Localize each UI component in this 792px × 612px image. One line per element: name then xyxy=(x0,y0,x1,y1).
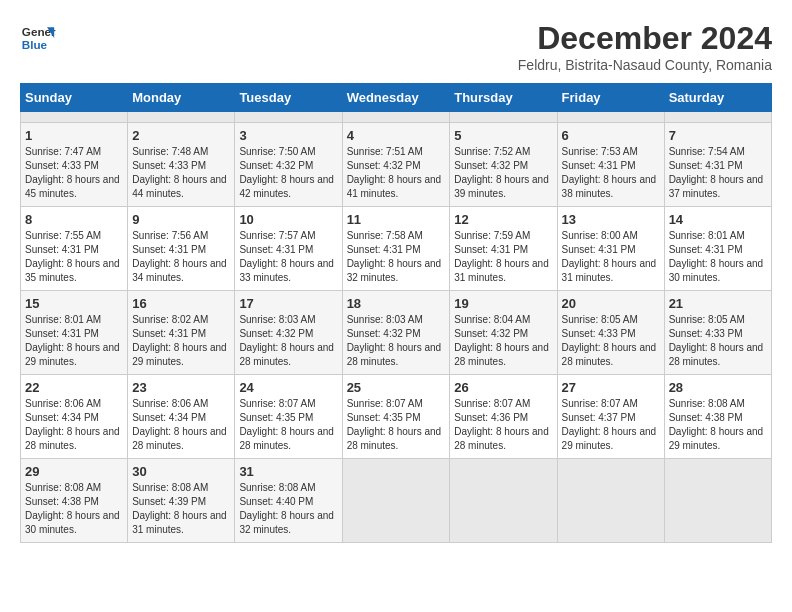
day-info: Sunrise: 8:01 AM Sunset: 4:31 PM Dayligh… xyxy=(669,229,767,285)
calendar-cell xyxy=(21,112,128,123)
day-info: Sunrise: 7:55 AM Sunset: 4:31 PM Dayligh… xyxy=(25,229,123,285)
day-info: Sunrise: 8:02 AM Sunset: 4:31 PM Dayligh… xyxy=(132,313,230,369)
day-number: 7 xyxy=(669,128,767,143)
calendar-cell: 8Sunrise: 7:55 AM Sunset: 4:31 PM Daylig… xyxy=(21,207,128,291)
calendar-cell: 18Sunrise: 8:03 AM Sunset: 4:32 PM Dayli… xyxy=(342,291,450,375)
day-number: 31 xyxy=(239,464,337,479)
day-number: 18 xyxy=(347,296,446,311)
day-info: Sunrise: 7:47 AM Sunset: 4:33 PM Dayligh… xyxy=(25,145,123,201)
day-info: Sunrise: 8:08 AM Sunset: 4:38 PM Dayligh… xyxy=(25,481,123,537)
calendar-cell: 12Sunrise: 7:59 AM Sunset: 4:31 PM Dayli… xyxy=(450,207,557,291)
calendar-cell xyxy=(450,459,557,543)
calendar-cell: 20Sunrise: 8:05 AM Sunset: 4:33 PM Dayli… xyxy=(557,291,664,375)
calendar-cell: 4Sunrise: 7:51 AM Sunset: 4:32 PM Daylig… xyxy=(342,123,450,207)
day-info: Sunrise: 8:07 AM Sunset: 4:35 PM Dayligh… xyxy=(239,397,337,453)
day-info: Sunrise: 8:08 AM Sunset: 4:40 PM Dayligh… xyxy=(239,481,337,537)
day-info: Sunrise: 7:53 AM Sunset: 4:31 PM Dayligh… xyxy=(562,145,660,201)
calendar-cell: 30Sunrise: 8:08 AM Sunset: 4:39 PM Dayli… xyxy=(128,459,235,543)
calendar-cell: 19Sunrise: 8:04 AM Sunset: 4:32 PM Dayli… xyxy=(450,291,557,375)
calendar-cell: 23Sunrise: 8:06 AM Sunset: 4:34 PM Dayli… xyxy=(128,375,235,459)
calendar-cell: 15Sunrise: 8:01 AM Sunset: 4:31 PM Dayli… xyxy=(21,291,128,375)
calendar-week-row: 22Sunrise: 8:06 AM Sunset: 4:34 PM Dayli… xyxy=(21,375,772,459)
calendar-cell xyxy=(235,112,342,123)
day-info: Sunrise: 7:48 AM Sunset: 4:33 PM Dayligh… xyxy=(132,145,230,201)
day-info: Sunrise: 8:00 AM Sunset: 4:31 PM Dayligh… xyxy=(562,229,660,285)
calendar-cell xyxy=(557,112,664,123)
day-number: 3 xyxy=(239,128,337,143)
day-number: 9 xyxy=(132,212,230,227)
day-info: Sunrise: 7:54 AM Sunset: 4:31 PM Dayligh… xyxy=(669,145,767,201)
day-number: 28 xyxy=(669,380,767,395)
svg-text:Blue: Blue xyxy=(22,38,48,51)
calendar-cell xyxy=(342,112,450,123)
title-area: December 2024 Feldru, Bistrita-Nasaud Co… xyxy=(518,20,772,73)
calendar-cell: 22Sunrise: 8:06 AM Sunset: 4:34 PM Dayli… xyxy=(21,375,128,459)
calendar-week-row: 8Sunrise: 7:55 AM Sunset: 4:31 PM Daylig… xyxy=(21,207,772,291)
calendar-cell: 26Sunrise: 8:07 AM Sunset: 4:36 PM Dayli… xyxy=(450,375,557,459)
day-info: Sunrise: 8:07 AM Sunset: 4:37 PM Dayligh… xyxy=(562,397,660,453)
day-info: Sunrise: 7:50 AM Sunset: 4:32 PM Dayligh… xyxy=(239,145,337,201)
logo: General Blue xyxy=(20,20,56,56)
day-info: Sunrise: 7:51 AM Sunset: 4:32 PM Dayligh… xyxy=(347,145,446,201)
calendar-cell xyxy=(664,459,771,543)
day-number: 21 xyxy=(669,296,767,311)
calendar-week-row xyxy=(21,112,772,123)
calendar-header-row: Sunday Monday Tuesday Wednesday Thursday… xyxy=(21,84,772,112)
day-number: 4 xyxy=(347,128,446,143)
day-number: 13 xyxy=(562,212,660,227)
day-info: Sunrise: 7:52 AM Sunset: 4:32 PM Dayligh… xyxy=(454,145,552,201)
day-number: 5 xyxy=(454,128,552,143)
calendar-cell: 13Sunrise: 8:00 AM Sunset: 4:31 PM Dayli… xyxy=(557,207,664,291)
day-number: 10 xyxy=(239,212,337,227)
day-number: 1 xyxy=(25,128,123,143)
day-info: Sunrise: 7:58 AM Sunset: 4:31 PM Dayligh… xyxy=(347,229,446,285)
day-number: 23 xyxy=(132,380,230,395)
day-number: 26 xyxy=(454,380,552,395)
calendar-cell: 6Sunrise: 7:53 AM Sunset: 4:31 PM Daylig… xyxy=(557,123,664,207)
calendar-cell: 31Sunrise: 8:08 AM Sunset: 4:40 PM Dayli… xyxy=(235,459,342,543)
day-info: Sunrise: 8:05 AM Sunset: 4:33 PM Dayligh… xyxy=(669,313,767,369)
day-number: 27 xyxy=(562,380,660,395)
calendar-cell xyxy=(450,112,557,123)
day-number: 6 xyxy=(562,128,660,143)
day-number: 16 xyxy=(132,296,230,311)
day-number: 30 xyxy=(132,464,230,479)
day-number: 20 xyxy=(562,296,660,311)
day-number: 14 xyxy=(669,212,767,227)
day-number: 29 xyxy=(25,464,123,479)
calendar-cell: 24Sunrise: 8:07 AM Sunset: 4:35 PM Dayli… xyxy=(235,375,342,459)
calendar-week-row: 29Sunrise: 8:08 AM Sunset: 4:38 PM Dayli… xyxy=(21,459,772,543)
day-number: 11 xyxy=(347,212,446,227)
day-info: Sunrise: 8:05 AM Sunset: 4:33 PM Dayligh… xyxy=(562,313,660,369)
calendar-cell: 14Sunrise: 8:01 AM Sunset: 4:31 PM Dayli… xyxy=(664,207,771,291)
day-number: 15 xyxy=(25,296,123,311)
col-friday: Friday xyxy=(557,84,664,112)
day-number: 2 xyxy=(132,128,230,143)
calendar-week-row: 1Sunrise: 7:47 AM Sunset: 4:33 PM Daylig… xyxy=(21,123,772,207)
day-info: Sunrise: 8:07 AM Sunset: 4:35 PM Dayligh… xyxy=(347,397,446,453)
day-number: 22 xyxy=(25,380,123,395)
calendar-cell: 16Sunrise: 8:02 AM Sunset: 4:31 PM Dayli… xyxy=(128,291,235,375)
day-info: Sunrise: 7:57 AM Sunset: 4:31 PM Dayligh… xyxy=(239,229,337,285)
calendar-cell: 17Sunrise: 8:03 AM Sunset: 4:32 PM Dayli… xyxy=(235,291,342,375)
calendar-cell: 25Sunrise: 8:07 AM Sunset: 4:35 PM Dayli… xyxy=(342,375,450,459)
day-number: 19 xyxy=(454,296,552,311)
calendar-cell: 29Sunrise: 8:08 AM Sunset: 4:38 PM Dayli… xyxy=(21,459,128,543)
day-number: 25 xyxy=(347,380,446,395)
day-info: Sunrise: 8:06 AM Sunset: 4:34 PM Dayligh… xyxy=(132,397,230,453)
day-info: Sunrise: 8:08 AM Sunset: 4:39 PM Dayligh… xyxy=(132,481,230,537)
day-number: 24 xyxy=(239,380,337,395)
calendar-cell xyxy=(664,112,771,123)
col-saturday: Saturday xyxy=(664,84,771,112)
calendar-cell: 21Sunrise: 8:05 AM Sunset: 4:33 PM Dayli… xyxy=(664,291,771,375)
day-info: Sunrise: 8:08 AM Sunset: 4:38 PM Dayligh… xyxy=(669,397,767,453)
calendar-cell: 1Sunrise: 7:47 AM Sunset: 4:33 PM Daylig… xyxy=(21,123,128,207)
calendar-week-row: 15Sunrise: 8:01 AM Sunset: 4:31 PM Dayli… xyxy=(21,291,772,375)
day-info: Sunrise: 7:56 AM Sunset: 4:31 PM Dayligh… xyxy=(132,229,230,285)
calendar-cell: 9Sunrise: 7:56 AM Sunset: 4:31 PM Daylig… xyxy=(128,207,235,291)
day-info: Sunrise: 8:03 AM Sunset: 4:32 PM Dayligh… xyxy=(239,313,337,369)
day-info: Sunrise: 8:07 AM Sunset: 4:36 PM Dayligh… xyxy=(454,397,552,453)
calendar-cell xyxy=(557,459,664,543)
day-info: Sunrise: 8:01 AM Sunset: 4:31 PM Dayligh… xyxy=(25,313,123,369)
calendar-cell xyxy=(128,112,235,123)
